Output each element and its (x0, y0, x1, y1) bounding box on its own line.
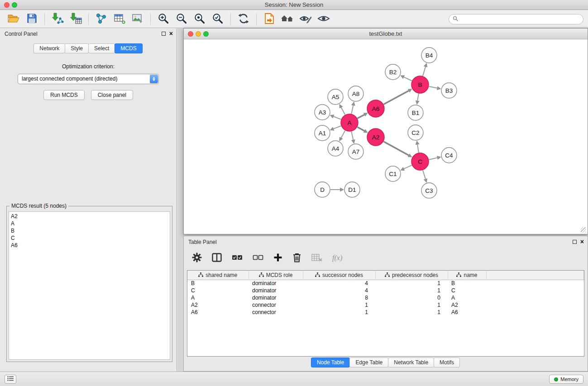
table-tab-motifs[interactable]: Motifs (434, 357, 460, 367)
function-builder-button[interactable]: f(x) (332, 254, 342, 262)
node-C3[interactable]: C3 (421, 183, 437, 198)
edge-A-A7[interactable] (351, 132, 353, 141)
edge-A-A3[interactable] (333, 116, 341, 119)
minimize-window-button[interactable] (196, 31, 201, 37)
network-canvas[interactable]: B4B2BB3A5A8A6B1A3AA1C2A2A4A7C4CC1C3DD1 (184, 40, 587, 234)
table-row[interactable]: A6connector11A6 (187, 309, 584, 316)
export-image-button[interactable] (129, 11, 147, 27)
zoom-window-button[interactable] (203, 31, 209, 37)
table-settings-button[interactable] (192, 253, 202, 264)
zoom-fit-button[interactable] (191, 11, 209, 27)
column-header-MCDS-role[interactable]: MCDS role (249, 271, 303, 280)
refresh-view-button[interactable] (234, 11, 253, 27)
run-mcds-button[interactable]: Run MCDS (43, 90, 85, 100)
node-C1[interactable]: C1 (385, 166, 401, 181)
table-row[interactable]: Cdominator41C (187, 287, 584, 294)
delete-column-button[interactable] (292, 253, 301, 264)
new-network-button[interactable] (92, 11, 110, 27)
mcds-result-item[interactable]: A (11, 220, 168, 227)
node-A5[interactable]: A5 (328, 89, 343, 105)
network-window-titlebar[interactable]: testGlobe.txt (184, 29, 588, 39)
node-A8[interactable]: A8 (348, 86, 363, 101)
table-tab-edge-table[interactable]: Edge Table (349, 357, 388, 367)
node-B2[interactable]: B2 (385, 64, 401, 80)
edge-C-C1[interactable] (403, 165, 412, 169)
control-tab-select[interactable]: Select (88, 43, 115, 53)
zoom-selected-button[interactable] (209, 11, 227, 27)
close-window-button[interactable] (188, 31, 193, 37)
mcds-result-item[interactable]: B (11, 227, 168, 234)
edge-B-B3[interactable] (429, 86, 438, 88)
node-A4[interactable]: A4 (328, 141, 343, 156)
network-graph[interactable]: B4B2BB3A5A8A6B1A3AA1C2A2A4A7C4CC1C3DD1 (184, 40, 587, 234)
table-row[interactable]: Adominator80A (187, 294, 584, 301)
table-tab-node-table[interactable]: Node Table (311, 357, 350, 367)
task-history-button[interactable] (5, 375, 16, 384)
float-panel-icon[interactable] (162, 32, 166, 36)
edge-B-B1[interactable] (417, 94, 419, 102)
table-tab-network-table[interactable]: Network Table (388, 357, 434, 367)
column-header-name[interactable]: name (448, 271, 486, 280)
open-document-button[interactable] (260, 11, 278, 27)
node-A7[interactable]: A7 (348, 144, 363, 159)
column-header-successor-nodes[interactable]: successor nodes (303, 271, 375, 280)
open-session-button[interactable] (5, 11, 23, 27)
node-B[interactable]: B (411, 76, 429, 93)
show-graphics-details-button[interactable] (296, 11, 315, 27)
close-window-button[interactable] (4, 2, 10, 8)
edge-C-C2[interactable] (417, 144, 419, 153)
node-B4[interactable]: B4 (421, 48, 437, 63)
node-B1[interactable]: B1 (408, 105, 423, 120)
node-C2[interactable]: C2 (408, 125, 423, 140)
zoom-out-button[interactable] (172, 11, 191, 27)
column-header-shared-name[interactable]: shared name (187, 271, 249, 280)
edge-B-B2[interactable] (403, 77, 412, 81)
edge-A-A1[interactable] (333, 126, 341, 129)
table-row[interactable]: Bdominator41B (187, 280, 584, 287)
close-panel-icon[interactable]: × (169, 31, 173, 36)
show-columns-button[interactable] (212, 253, 222, 263)
import-network-file-button[interactable] (48, 11, 67, 27)
new-table-button[interactable] (110, 11, 129, 27)
node-A1[interactable]: A1 (315, 125, 330, 141)
node-A6[interactable]: A6 (367, 100, 384, 117)
edge-A-A8[interactable] (351, 105, 353, 114)
edge-A6-B[interactable] (384, 91, 410, 105)
control-tab-network[interactable]: Network (33, 43, 65, 53)
edge-A-A2[interactable] (358, 127, 365, 131)
float-panel-icon[interactable] (573, 240, 577, 244)
add-column-button[interactable] (273, 253, 282, 263)
table-row[interactable]: A2connector11A2 (187, 301, 584, 309)
node-C4[interactable]: C4 (441, 148, 457, 163)
node-A3[interactable]: A3 (315, 105, 330, 120)
edge-A-A4[interactable] (341, 131, 345, 138)
zoom-window-button[interactable] (12, 2, 17, 8)
edge-A-A5[interactable] (341, 107, 345, 114)
node-D[interactable]: D (315, 182, 330, 197)
search-input[interactable] (460, 16, 579, 23)
node-B3[interactable]: B3 (441, 83, 457, 98)
edge-C-C4[interactable] (429, 157, 438, 159)
resize-grip[interactable] (581, 227, 586, 233)
mcds-result-item[interactable]: C (11, 234, 168, 242)
edge-B-B4[interactable] (423, 66, 426, 76)
edge-C-C3[interactable] (423, 170, 426, 180)
control-tab-style[interactable]: Style (65, 43, 89, 53)
save-session-button[interactable] (23, 11, 41, 27)
node-A[interactable]: A (341, 114, 358, 131)
select-all-button[interactable] (232, 254, 243, 262)
column-header-predecessor-nodes[interactable]: predecessor nodes (375, 271, 448, 280)
close-panel-button[interactable]: Close panel (91, 90, 133, 100)
delete-table-button[interactable] (311, 253, 322, 263)
node-D1[interactable]: D1 (344, 182, 360, 197)
node-C[interactable]: C (411, 153, 429, 170)
mcds-result-item[interactable]: A6 (11, 242, 168, 249)
home-button[interactable] (278, 11, 296, 27)
control-tab-mcds[interactable]: MCDS (115, 43, 142, 53)
edge-A2-C[interactable] (384, 142, 410, 156)
criterion-select[interactable]: largest connected component (directed) (18, 74, 159, 84)
node-A2[interactable]: A2 (367, 129, 384, 146)
mcds-result-item[interactable]: A2 (11, 213, 168, 220)
zoom-in-button[interactable] (154, 11, 172, 27)
memory-button[interactable]: Memory (549, 375, 583, 384)
